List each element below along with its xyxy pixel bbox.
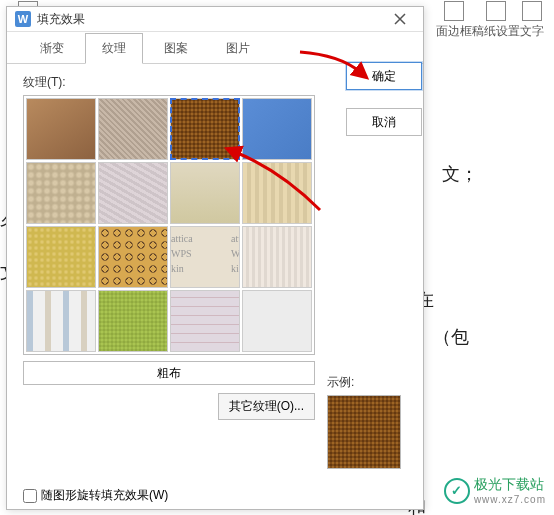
texture-swatch[interactable] (242, 162, 312, 224)
other-texture-button[interactable]: 其它纹理(O)... (218, 393, 315, 420)
watermark-logo: ✓ 极光下载站 www.xz7.com (444, 476, 546, 505)
texture-swatch[interactable] (170, 226, 240, 288)
bg-text: （包 (433, 325, 469, 349)
texture-swatch[interactable] (26, 226, 96, 288)
bg-text: 文； (442, 162, 478, 186)
rotate-checkbox-label: 随图形旋转填充效果(W) (41, 487, 168, 504)
texture-swatch[interactable] (242, 226, 312, 288)
tab-bar: 渐变 纹理 图案 图片 (7, 32, 423, 64)
texture-swatch[interactable] (98, 98, 168, 160)
texture-label: 纹理(T): (23, 74, 315, 91)
texture-swatch[interactable] (242, 98, 312, 160)
texture-swatch[interactable] (26, 162, 96, 224)
ribbon-page-border[interactable]: 面边框 (436, 1, 472, 40)
texture-swatch[interactable] (242, 290, 312, 352)
rotate-checkbox[interactable] (23, 489, 37, 503)
sample-preview (327, 395, 401, 469)
app-icon: W (15, 11, 31, 27)
texture-swatch[interactable] (98, 290, 168, 352)
rotate-checkbox-row[interactable]: 随图形旋转填充效果(W) (23, 487, 168, 504)
tab-image[interactable]: 图片 (209, 33, 267, 63)
texture-swatch[interactable] (170, 162, 240, 224)
texture-swatch[interactable] (98, 162, 168, 224)
ribbon-label: 稿纸设置 (472, 23, 520, 40)
texture-swatch-selected[interactable] (170, 98, 240, 160)
ribbon-label: 面边框 (436, 23, 472, 40)
texture-swatch[interactable] (98, 226, 168, 288)
dialog-title: 填充效果 (37, 11, 85, 28)
sample-label: 示例: (327, 374, 354, 391)
ribbon-label: 文字 (520, 23, 544, 40)
tab-pattern[interactable]: 图案 (147, 33, 205, 63)
texture-grid (23, 95, 315, 355)
ribbon-writing-paper[interactable]: 稿纸设置 (472, 1, 520, 40)
tab-gradient[interactable]: 渐变 (23, 33, 81, 63)
cancel-button[interactable]: 取消 (346, 108, 422, 136)
ribbon-text[interactable]: 文字 (520, 1, 544, 40)
texture-swatch[interactable] (26, 98, 96, 160)
texture-swatch[interactable] (26, 290, 96, 352)
logo-url: www.xz7.com (474, 494, 546, 505)
tab-texture[interactable]: 纹理 (85, 33, 143, 64)
dialog-titlebar: W 填充效果 (7, 7, 423, 32)
close-button[interactable] (385, 7, 415, 31)
texture-swatch[interactable] (170, 290, 240, 352)
logo-name: 极光下载站 (474, 476, 546, 494)
ok-button[interactable]: 确定 (346, 62, 422, 90)
logo-icon: ✓ (444, 478, 470, 504)
selected-texture-name: 粗布 (23, 361, 315, 385)
